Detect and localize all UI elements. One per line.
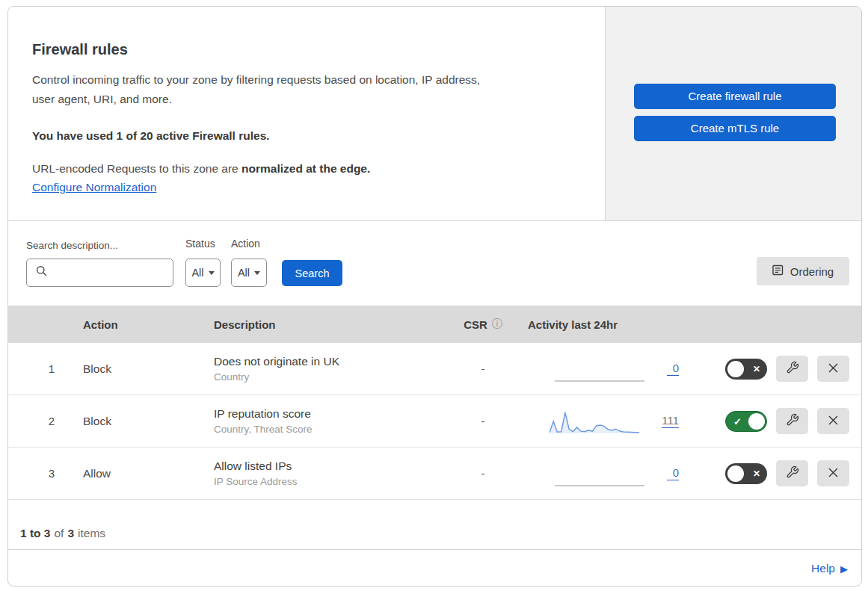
toggle-state-icon: ✕	[753, 469, 760, 478]
close-icon	[828, 362, 839, 376]
rule-priority: 1	[8, 362, 83, 375]
rule-criteria: Country	[214, 371, 446, 383]
edit-rule-button[interactable]	[776, 408, 808, 434]
rule-controls: ✓	[692, 408, 861, 434]
item-range: 1 to 3	[20, 527, 50, 540]
intro-card: Firewall rules Control incoming traffic …	[8, 7, 606, 220]
edit-rule-button[interactable]	[776, 356, 808, 382]
activity-sparkline	[555, 356, 644, 383]
toggle-knob	[727, 465, 744, 482]
column-header-description: Description	[214, 318, 446, 331]
activity-sparkline	[550, 408, 639, 435]
page-title: Firewall rules	[32, 41, 575, 58]
create-firewall-rule-button[interactable]: Create firewall rule	[634, 84, 836, 109]
rule-action: Allow	[83, 467, 214, 480]
close-icon	[828, 467, 839, 480]
rule-action: Block	[83, 362, 214, 376]
edit-rule-button[interactable]	[776, 460, 808, 486]
activity-sparkline	[555, 460, 644, 487]
delete-rule-button[interactable]	[817, 408, 849, 434]
rule-activity: 0	[520, 460, 692, 487]
description-line-2: user agent, URI, and more.	[32, 93, 172, 105]
table-row: 3 Allow Allow listed IPs IP Source Addre…	[8, 448, 861, 500]
rule-enable-toggle[interactable]: ✕	[725, 463, 767, 484]
actions-panel: Create firewall rule Create mTLS rule	[606, 7, 861, 220]
chevron-down-icon	[209, 271, 215, 275]
create-mtls-rule-button[interactable]: Create mTLS rule	[634, 116, 836, 141]
rule-criteria: IP Source Address	[214, 476, 446, 487]
filter-bar: Search description... Status Action All …	[8, 221, 861, 306]
top-section: Firewall rules Control incoming traffic …	[8, 7, 861, 221]
rule-enable-toggle[interactable]: ✓	[725, 411, 767, 432]
info-icon[interactable]: ⓘ	[492, 318, 502, 331]
column-header-action: Action	[83, 318, 214, 331]
rule-activity: 0	[520, 356, 692, 383]
rule-description: Does not originate in UK Country	[214, 355, 446, 383]
activity-count-link[interactable]: 0	[667, 362, 679, 376]
ordering-button[interactable]: Ordering	[757, 257, 849, 285]
action-dropdown[interactable]: All	[231, 259, 267, 287]
configure-normalization-link[interactable]: Configure Normalization	[32, 181, 156, 194]
search-icon	[36, 265, 48, 280]
toggle-knob	[727, 361, 744, 377]
search-label: Search description...	[26, 240, 118, 251]
status-label: Status	[185, 238, 215, 250]
usage-summary: You have used 1 of 20 active Firewall ru…	[32, 129, 575, 143]
normalization-note: URL-encoded Requests to this zone are no…	[32, 162, 575, 176]
activity-count-link[interactable]: 0	[667, 466, 679, 480]
item-total: 3	[67, 527, 74, 540]
wrench-icon	[786, 361, 799, 377]
wrench-icon	[786, 413, 799, 429]
close-icon	[828, 415, 839, 428]
rule-criteria: Country, Threat Score	[214, 424, 446, 435]
column-header-activity: Activity last 24hr	[520, 318, 692, 331]
wrench-icon	[786, 465, 799, 481]
help-link[interactable]: Help ▶	[811, 562, 848, 575]
rule-priority: 3	[8, 467, 83, 480]
delete-rule-button[interactable]	[817, 460, 849, 486]
table-row: 1 Block Does not originate in UK Country…	[8, 343, 861, 395]
chevron-down-icon	[254, 271, 260, 275]
rule-action: Block	[83, 415, 214, 428]
search-input[interactable]	[26, 259, 173, 287]
rule-description: Allow listed IPs IP Source Address	[214, 460, 446, 487]
arrow-right-icon: ▶	[840, 563, 848, 575]
rule-csr: -	[446, 467, 520, 480]
toggle-knob	[748, 413, 765, 430]
toggle-state-icon: ✓	[733, 416, 742, 426]
list-icon	[772, 264, 784, 278]
rule-controls: ✕	[692, 460, 861, 486]
status-dropdown[interactable]: All	[185, 259, 221, 287]
firewall-rules-panel: Firewall rules Control incoming traffic …	[7, 6, 862, 587]
rule-csr: -	[446, 362, 520, 375]
help-row: Help ▶	[8, 549, 861, 587]
activity-count-link[interactable]: 111	[662, 414, 679, 428]
toggle-state-icon: ✕	[753, 365, 760, 374]
pagination-summary: 1 to 3 of 3 items	[8, 500, 861, 549]
rule-controls: ✕	[692, 356, 861, 382]
page-description: Control incoming traffic to your zone by…	[32, 70, 575, 109]
action-label: Action	[231, 238, 260, 250]
rule-priority: 2	[8, 415, 83, 427]
rule-activity: 111	[520, 408, 692, 435]
table-row: 2 Block IP reputation score Country, Thr…	[8, 395, 861, 448]
table-header: Action Description CSR ⓘ Activity last 2…	[8, 306, 861, 343]
column-header-csr: CSR ⓘ	[446, 318, 520, 331]
description-line-1: Control incoming traffic to your zone by…	[32, 73, 480, 86]
rule-csr: -	[446, 415, 520, 427]
rule-enable-toggle[interactable]: ✕	[725, 359, 767, 380]
delete-rule-button[interactable]	[817, 356, 849, 382]
search-button[interactable]: Search	[282, 260, 342, 286]
rule-description: IP reputation score Country, Threat Scor…	[214, 407, 446, 435]
